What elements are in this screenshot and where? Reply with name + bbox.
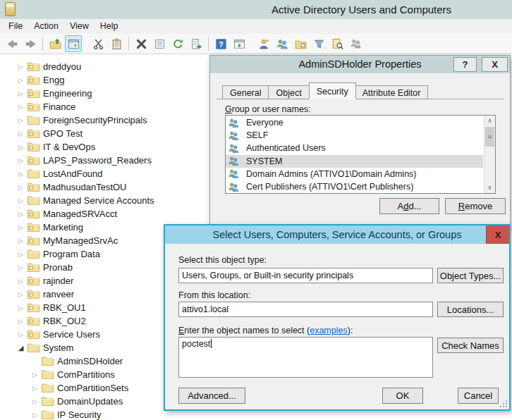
examples-link[interactable]: examples (310, 326, 348, 335)
group-key-icon[interactable] (347, 35, 364, 52)
collapse-arrow-icon[interactable]: ▷ (16, 63, 25, 70)
collapse-arrow-icon[interactable]: ▷ (30, 371, 39, 378)
group-or-user-names-list[interactable]: EveryoneSELFAuthenticated UsersSYSTEMDom… (225, 115, 496, 194)
ok-button[interactable]: OK (382, 388, 423, 404)
cut-icon[interactable] (90, 35, 106, 52)
list-scrollbar[interactable]: ∧ ≡ ∨ (484, 116, 495, 193)
principal-domain-admins-attivo1-domain-admins[interactable]: Domain Admins (ATTIVO1\Domain Admins) (226, 168, 483, 180)
tab-general[interactable]: General (222, 85, 269, 99)
tree-item-engg[interactable]: ▷Engg (0, 73, 212, 87)
collapse-arrow-icon[interactable]: ▷ (16, 157, 25, 164)
collapse-arrow-icon[interactable]: ▷ (16, 237, 25, 245)
collapse-arrow-icon[interactable]: ▷ (16, 171, 25, 178)
cancel-button[interactable]: Cancel (458, 388, 499, 404)
collapse-arrow-icon[interactable]: ▷ (16, 304, 25, 311)
collapse-arrow-icon[interactable]: ▷ (16, 77, 25, 84)
tree-item-madhusudantestou[interactable]: ▷MadhusudanTestOU (0, 180, 212, 194)
tree-item-label: AdminSDHolder (57, 354, 123, 368)
locations-button[interactable]: Locations... (437, 302, 504, 317)
tree-item-managedsrvacct[interactable]: ▷ManagedSRVAcct (0, 207, 212, 221)
tree-item-dreddyou[interactable]: ▷dreddyou (0, 60, 212, 73)
collapse-arrow-icon[interactable]: ▷ (16, 291, 25, 298)
back-icon[interactable] (4, 35, 20, 52)
object-type-field[interactable] (178, 268, 433, 283)
collapse-arrow-icon[interactable]: ▷ (16, 130, 25, 137)
tree-item-engineering[interactable]: ▷Engineering (0, 87, 212, 100)
menu-file[interactable]: File (3, 19, 28, 34)
menu-view[interactable]: View (64, 19, 95, 34)
new-user-icon[interactable] (255, 35, 272, 52)
tree-item-it-devops[interactable]: ▷IT & DevOps (0, 140, 212, 154)
tree-item-gpo-test[interactable]: ▷GPO Test (0, 127, 212, 140)
folder-icon (28, 343, 39, 352)
group-icon (228, 183, 243, 192)
check-names-button[interactable]: Check Names (437, 338, 504, 353)
collapse-arrow-icon[interactable]: ▷ (16, 197, 25, 204)
tree-item-finance[interactable]: ▷Finance (0, 100, 212, 113)
properties-dialog: AdminSDHolder Properties ? X GeneralObje… (209, 55, 511, 229)
tree-item-lostandfound[interactable]: ▷LostAndFound (0, 167, 212, 180)
object-names-input[interactable]: poctest (178, 337, 433, 378)
close-icon[interactable]: X (486, 226, 509, 244)
menu-action[interactable]: Action (28, 19, 64, 34)
collapse-arrow-icon[interactable]: ▷ (30, 412, 39, 419)
principal-cert-publishers-attivo1-cert-publishers[interactable]: Cert Publishers (ATTIVO1\Cert Publishers… (226, 180, 483, 193)
collapse-arrow-icon[interactable]: ▷ (16, 104, 25, 111)
tab-security[interactable]: Security (309, 82, 356, 99)
refresh-icon[interactable] (169, 35, 186, 52)
properties-icon[interactable] (151, 35, 168, 52)
tab-attribute-editor[interactable]: Attribute Editor (355, 85, 429, 99)
up-level-icon[interactable] (47, 35, 63, 52)
scrollbar-up-icon[interactable]: ∧ (484, 116, 495, 126)
export-list-icon[interactable] (188, 35, 205, 52)
paste-icon[interactable] (108, 35, 125, 52)
find-icon[interactable] (329, 35, 346, 52)
collapse-arrow-icon[interactable]: ▷ (30, 398, 39, 405)
expanded-arrow-icon[interactable]: ◢ (16, 344, 25, 352)
tree-item-label: Finance (43, 100, 75, 113)
collapse-arrow-icon[interactable]: ▷ (16, 211, 25, 218)
collapse-arrow-icon[interactable]: ▷ (16, 117, 25, 124)
scrollbar-down-icon[interactable]: ∨ (484, 183, 495, 193)
console-tree-icon[interactable] (65, 35, 82, 52)
add-button[interactable]: Add... (379, 198, 439, 214)
collapse-arrow-icon[interactable]: ▷ (16, 264, 25, 271)
tree-item-laps-password-readers[interactable]: ▷LAPS_Password_Readers (0, 154, 212, 167)
forward-icon[interactable] (22, 35, 39, 52)
tree-item-managed-service-accounts[interactable]: ▷Managed Service Accounts (0, 194, 212, 207)
advanced-button[interactable]: Advanced... (178, 388, 245, 404)
principal-self[interactable]: SELF (226, 129, 483, 142)
delete-icon[interactable] (133, 35, 150, 52)
principal-everyone[interactable]: Everyone (226, 116, 483, 129)
tree-item-foreignsecurityprincipals[interactable]: ▷ForeignSecurityPrincipals (0, 113, 212, 127)
close-icon[interactable]: X (482, 57, 508, 72)
collapse-arrow-icon[interactable]: ▷ (16, 224, 25, 231)
menu-help[interactable]: Help (95, 19, 124, 34)
tree-item-label: Engineering (43, 87, 92, 100)
scrollbar-thumb[interactable]: ≡ (485, 127, 494, 147)
principal-authenticated-users[interactable]: Authenticated Users (226, 142, 483, 154)
collapse-arrow-icon[interactable]: ▷ (16, 184, 25, 191)
collapse-arrow-icon[interactable]: ▷ (16, 318, 25, 325)
show-dialog-icon[interactable] (231, 35, 248, 52)
collapse-arrow-icon[interactable]: ▷ (16, 331, 25, 338)
new-group-icon[interactable] (274, 35, 291, 52)
new-ou-icon[interactable] (292, 35, 309, 52)
collapse-arrow-icon[interactable]: ▷ (30, 385, 39, 392)
group-icon (228, 118, 243, 128)
from-location-field[interactable] (178, 302, 433, 317)
folder-icon (28, 249, 39, 259)
tree-item-label: ComPartitions (57, 368, 115, 381)
filter-icon[interactable] (310, 35, 327, 52)
collapse-arrow-icon[interactable]: ▷ (16, 90, 25, 97)
tab-object[interactable]: Object (269, 85, 309, 99)
principal-system[interactable]: SYSTEM (226, 155, 483, 168)
collapse-arrow-icon[interactable]: ▷ (16, 278, 25, 285)
remove-button[interactable]: Remove (445, 198, 506, 214)
help-icon[interactable]: ? (212, 35, 229, 52)
help-icon[interactable]: ? (453, 57, 477, 72)
collapse-arrow-icon[interactable]: ▷ (16, 144, 25, 151)
resize-grip[interactable] (499, 400, 508, 408)
collapse-arrow-icon[interactable]: ▷ (16, 251, 25, 258)
object-types-button[interactable]: Object Types... (437, 268, 504, 283)
